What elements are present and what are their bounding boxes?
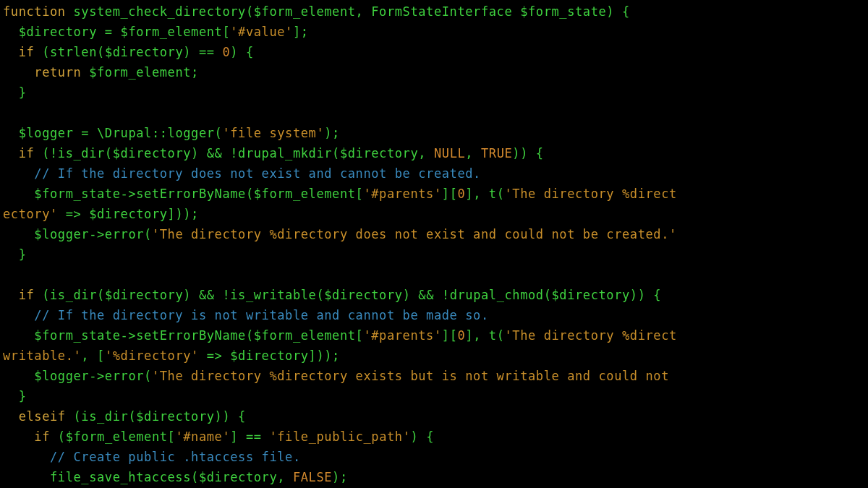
code-line: $form_state->setErrorByName($form_elemen… [3,187,677,201]
code-line: // If the directory is not writable and … [3,308,489,322]
code-line: $directory = $form_element['#value']; [3,25,309,39]
code-line: if (strlen($directory) == 0) { [3,45,254,59]
code-line: ectory' => $directory])); [3,207,199,221]
code-line: } [3,85,27,100]
code-line: // If the directory does not exist and c… [3,166,481,181]
code-line: $logger->error('The directory %directory… [3,369,677,383]
code-line: } [3,389,27,403]
code-line: $logger = \Drupal::logger('file system')… [3,126,340,140]
code-line: if ($form_element['#name'] == 'file_publ… [3,429,434,444]
code-line: // Create public .htaccess file. [3,450,301,464]
code-line: file_save_htaccess($directory, FALSE); [3,470,348,484]
code-line: $form_state->setErrorByName($form_elemen… [3,328,677,343]
code-line: elseif (is_dir($directory)) { [3,409,246,424]
code-line: return $form_element; [3,65,199,80]
code-line: writable.', ['%directory' => $directory]… [3,348,340,363]
code-line: if (is_dir($directory) && !is_writable($… [3,288,661,302]
code-block: function system_check_directory($form_el… [0,0,868,488]
code-line: if (!is_dir($directory) && !drupal_mkdir… [3,146,544,160]
code-line: function system_check_directory($form_el… [3,4,630,19]
code-line: $logger->error('The directory %directory… [3,227,677,241]
code-line: } [3,247,27,262]
